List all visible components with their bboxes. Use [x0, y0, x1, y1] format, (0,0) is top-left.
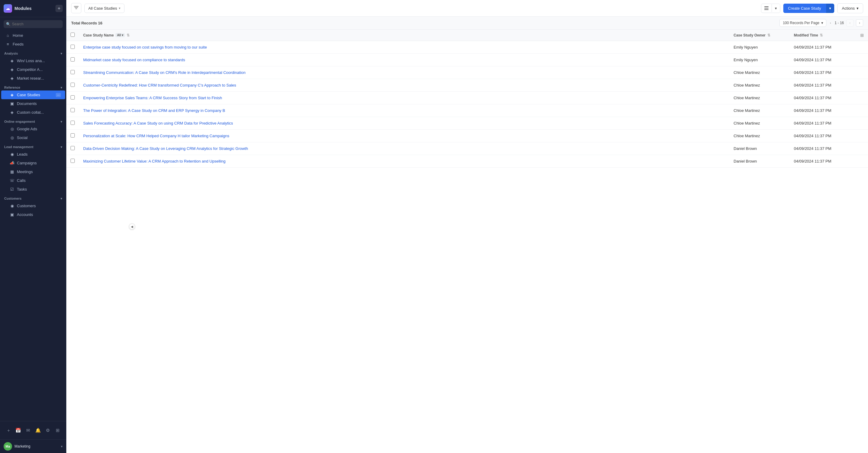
section-lead-management[interactable]: Lead management ▾ — [0, 142, 66, 150]
sidebar-item-documents[interactable]: ▣ Documents — [1, 99, 65, 108]
next-page-button[interactable]: › — [856, 19, 863, 27]
sidebar-item-social[interactable]: ◎ Social — [1, 133, 65, 142]
section-customers[interactable]: Customers ▾ — [0, 194, 66, 201]
sidebar-item-meetings[interactable]: ▦ Meetings — [1, 167, 65, 176]
sidebar-item-label: Meetings — [17, 170, 33, 174]
sidebar-item-market[interactable]: ◈ Market resear... — [1, 74, 65, 83]
chevron-down-icon: ▾ — [61, 197, 62, 200]
row-checkbox[interactable] — [70, 95, 75, 100]
total-label: Total Records — [71, 21, 98, 25]
create-case-study-button[interactable]: Create Case Study ▾ — [783, 4, 835, 13]
row-checkbox-cell — [66, 117, 79, 130]
section-label: Customers — [4, 197, 22, 200]
sidebar-item-feeds[interactable]: ≡ Feeds — [1, 40, 65, 49]
row-checkbox-cell — [66, 41, 79, 54]
table-row: Customer-Centricity Redefined: How CRM t… — [66, 79, 868, 92]
case-study-name-link[interactable]: Personalization at Scale: How CRM Helped… — [83, 134, 229, 138]
search-icon: 🔍 — [6, 22, 10, 26]
row-checkbox[interactable] — [70, 133, 75, 138]
row-checkbox[interactable] — [70, 121, 75, 125]
col-owner: Case Study Owner ⇅ — [730, 30, 789, 41]
sidebar-profile[interactable]: Ma Marketing ▾ — [0, 440, 66, 453]
per-page-chevron-icon: ▾ — [821, 21, 823, 25]
sidebar-calendar-button[interactable]: 📅 — [13, 426, 23, 435]
sidebar-item-custom-collab[interactable]: ◈ Custom collat... — [1, 108, 65, 117]
all-case-studies-dropdown[interactable]: All Case Studies ▾ — [84, 4, 124, 13]
sidebar-item-customers[interactable]: ◉ Customers — [1, 201, 65, 210]
row-owner: Emily Nguyen — [730, 54, 789, 66]
section-reference[interactable]: Reference ▾ — [0, 83, 66, 90]
sidebar-item-win-loss[interactable]: ◈ Win/ Loss ana... — [1, 56, 65, 65]
table-row: Streamlining Communication: A Case Study… — [66, 66, 868, 79]
actions-arrow-icon: ▾ — [857, 6, 859, 10]
search-input[interactable] — [4, 20, 63, 28]
sidebar-item-label: Custom collat... — [17, 110, 44, 115]
actions-button[interactable]: Actions ▾ — [837, 3, 863, 13]
create-btn-arrow-icon[interactable]: ▾ — [826, 4, 834, 13]
item-options-menu[interactable]: ··· — [56, 93, 61, 97]
sidebar-settings-button[interactable]: ⚙ — [43, 426, 53, 435]
per-page-select[interactable]: 100 Records Per Page ▾ — [779, 19, 826, 27]
col-name-filter-icon[interactable]: ⇅ — [127, 33, 130, 37]
sidebar-notifications-button[interactable]: 🔔 — [33, 426, 43, 435]
sidebar-collapse-button[interactable]: ◀ — [129, 224, 135, 229]
case-study-name-link[interactable]: Enterprise case study focused on cost sa… — [83, 45, 207, 50]
row-checkbox-cell — [66, 130, 79, 142]
social-icon: ◎ — [10, 135, 14, 140]
row-settings-cell — [856, 130, 868, 142]
topbar: All Case Studies ▾ ▾ Create Case Study ▾… — [66, 0, 868, 17]
select-all-checkbox[interactable] — [70, 33, 75, 37]
row-owner: Daniel Brown — [730, 155, 789, 168]
sidebar-mail-button[interactable]: ✉ — [24, 426, 33, 435]
list-view-button[interactable] — [761, 4, 772, 12]
row-checkbox[interactable] — [70, 159, 75, 163]
sidebar-add-module-button[interactable]: ＋ — [4, 426, 13, 435]
case-study-name-link[interactable]: Customer-Centricity Redefined: How CRM t… — [83, 83, 236, 87]
sidebar-item-calls[interactable]: ☏ Calls — [1, 176, 65, 185]
col-owner-filter-icon[interactable]: ⇅ — [767, 33, 770, 37]
filter-button[interactable] — [71, 3, 82, 13]
sidebar-grid-button[interactable]: ⊞ — [53, 426, 63, 435]
filter-icon — [74, 6, 79, 10]
sidebar-header: ☁ Modules + — [0, 0, 66, 17]
sidebar-title: Modules — [14, 6, 32, 11]
table-row: The Power of Integration: A Case Study o… — [66, 104, 868, 117]
case-study-name-link[interactable]: Streamlining Communication: A Case Study… — [83, 70, 246, 75]
section-online-engagement[interactable]: Online engagement ▾ — [0, 117, 66, 124]
row-checkbox[interactable] — [70, 70, 75, 74]
row-checkbox[interactable] — [70, 108, 75, 112]
sidebar-add-button[interactable]: + — [56, 5, 63, 12]
case-study-name-link[interactable]: Midmarket case study focused on complian… — [83, 58, 185, 62]
sidebar-item-google-ads[interactable]: ◎ Google Ads — [1, 124, 65, 133]
table-row: Midmarket case study focused on complian… — [66, 54, 868, 66]
row-checkbox[interactable] — [70, 83, 75, 87]
col-settings-icon[interactable]: ⊞ — [860, 33, 864, 38]
sidebar-item-campaigns[interactable]: 📣 Campaigns — [1, 159, 65, 167]
row-case-study-name: Sales Forecasting Accuracy: A Case Study… — [79, 117, 730, 130]
sidebar-item-accounts[interactable]: ▣ Accounts — [1, 210, 65, 219]
col-modified-filter-icon[interactable]: ⇅ — [820, 33, 823, 37]
row-settings-cell — [856, 41, 868, 54]
row-owner: Chloe Martinez — [730, 104, 789, 117]
accounts-icon: ▣ — [10, 212, 14, 217]
row-checkbox[interactable] — [70, 146, 75, 150]
col-modified: Modified Time ⇅ — [789, 30, 856, 41]
case-study-name-link[interactable]: The Power of Integration: A Case Study o… — [83, 108, 225, 113]
view-options-button[interactable]: ▾ — [772, 4, 780, 13]
row-checkbox[interactable] — [70, 57, 75, 61]
case-study-name-link[interactable]: Sales Forecasting Accuracy: A Case Study… — [83, 121, 233, 125]
sidebar-item-home[interactable]: ⌂ Home — [1, 31, 65, 40]
row-checkbox[interactable] — [70, 45, 75, 49]
sidebar-item-case-studies[interactable]: ◈ Case Studies ··· — [1, 90, 65, 99]
case-study-name-link[interactable]: Empowering Enterprise Sales Teams: A CRM… — [83, 95, 222, 100]
row-owner: Chloe Martinez — [730, 117, 789, 130]
sidebar-item-leads[interactable]: ◉ Leads — [1, 150, 65, 159]
chevron-down-icon: ▾ — [61, 120, 62, 123]
section-analysis[interactable]: Analysis ▾ — [0, 49, 66, 56]
sidebar-item-tasks[interactable]: ☑ Tasks — [1, 185, 65, 194]
prev-page-button[interactable]: ‹ — [846, 19, 854, 27]
case-study-name-link[interactable]: Data-Driven Decision Making: A Case Stud… — [83, 146, 248, 151]
case-study-name-link[interactable]: Maximizing Customer Lifetime Value: A CR… — [83, 159, 225, 164]
sidebar-item-competitor[interactable]: ◈ Competitor A... — [1, 65, 65, 74]
all-badge[interactable]: All ▾ — [116, 33, 125, 37]
